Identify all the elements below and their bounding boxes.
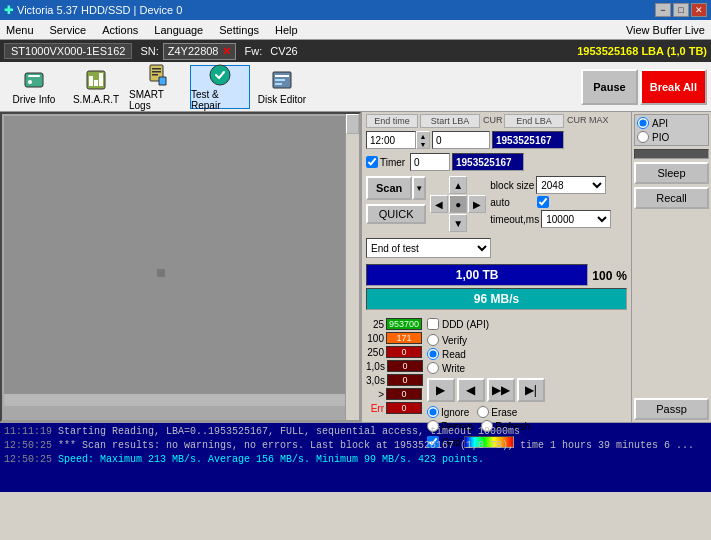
log-time-3: 12:50:25 [4, 454, 58, 465]
fw-label: Fw: [244, 45, 262, 57]
start-lba-header: Start LBA [420, 114, 480, 128]
end-of-test-row: End of test Shutdown Hibernate [364, 236, 629, 260]
menu-menu[interactable]: Menu [4, 24, 36, 36]
erase-radio[interactable] [477, 406, 489, 418]
arrow-down-button[interactable]: ▼ [449, 214, 467, 232]
ddd-checkbox[interactable] [427, 318, 439, 330]
drive-label[interactable]: ST1000VX000-1ES162 [4, 43, 132, 59]
api-label: API [652, 118, 668, 129]
ignore-radio[interactable] [427, 406, 439, 418]
side-indicator [634, 149, 709, 159]
stat-25-box: 953700 [386, 318, 422, 330]
read-radio-label[interactable]: Read [427, 348, 627, 360]
scan-area [0, 112, 361, 422]
ignore-radio-label[interactable]: Ignore [427, 406, 469, 418]
disk-editor-button[interactable]: Disk Editor [252, 65, 312, 109]
test-repair-button[interactable]: Test & Repair [190, 65, 250, 109]
menu-view-buffer[interactable]: View Buffer Live [624, 24, 707, 36]
smart-logs-button[interactable]: SMART Logs [128, 65, 188, 109]
recall-button[interactable]: Recall [634, 187, 709, 209]
timer-end-input[interactable] [452, 153, 524, 171]
spin-down-icon[interactable]: ▼ [417, 140, 429, 148]
title-bar-text: Victoria 5.37 HDD/SSD | Device 0 [17, 4, 182, 16]
passp-button[interactable]: Passp [634, 398, 709, 420]
rewind-button[interactable]: ◀ [457, 378, 485, 402]
pio-radio-label[interactable]: PIO [637, 131, 706, 143]
timer-checkbox[interactable] [366, 156, 378, 168]
svg-marker-11 [159, 77, 166, 85]
arrow-center-button[interactable]: ● [449, 195, 467, 213]
api-radio-label[interactable]: API [637, 117, 706, 129]
fast-forward-button[interactable]: ▶▶ [487, 378, 515, 402]
stat-25: 25 953700 [366, 318, 423, 330]
scan-dropdown-icon[interactable]: ▼ [412, 176, 426, 200]
scroll-thumb[interactable] [346, 114, 359, 134]
svg-rect-20 [4, 394, 345, 406]
menu-settings[interactable]: Settings [217, 24, 261, 36]
write-radio-label[interactable]: Write [427, 362, 627, 374]
arrow-right-button[interactable]: ▶ [468, 195, 486, 213]
auto-checkbox[interactable] [537, 196, 549, 208]
menu-help[interactable]: Help [273, 24, 300, 36]
timeout-select[interactable]: 10000 5000 30000 [541, 210, 611, 228]
scan-btn-group: Scan ▼ QUICK [366, 176, 426, 224]
verify-radio-label[interactable]: Verify [427, 334, 627, 346]
start-lba-input[interactable] [432, 131, 490, 149]
playback-controls: ▶ ◀ ▶▶ ▶| [427, 378, 627, 402]
pio-radio[interactable] [637, 131, 649, 143]
timer-input[interactable] [410, 153, 450, 171]
progress-bar: 1,00 TB [366, 264, 588, 286]
menu-language[interactable]: Language [152, 24, 205, 36]
ignore-label: Ignore [441, 407, 469, 418]
end-button[interactable]: ▶| [517, 378, 545, 402]
stat-1s-label: 1,0s [366, 361, 385, 372]
timeout-label: timeout,ms [490, 214, 539, 225]
read-radio[interactable] [427, 348, 439, 360]
serial-close-icon[interactable]: ✕ [222, 45, 231, 58]
arrow-left-button[interactable]: ◀ [430, 195, 448, 213]
log-time-1: 11:11:19 [4, 426, 58, 437]
menu-service[interactable]: Service [48, 24, 89, 36]
close-button[interactable]: ✕ [691, 3, 707, 17]
erase-radio-label[interactable]: Erase [477, 406, 517, 418]
svg-rect-16 [275, 83, 282, 85]
svg-rect-14 [275, 75, 289, 77]
progress-pct-symbol: % [616, 269, 627, 283]
svg-point-12 [210, 65, 230, 85]
progress-tb: 1,00 TB [456, 268, 499, 282]
stat-err-label: Err [366, 403, 384, 414]
read-label: Read [442, 349, 466, 360]
arrow-tl [430, 176, 448, 194]
block-size-select[interactable]: 2048 512 1024 [536, 176, 606, 194]
end-time-input[interactable] [366, 131, 416, 149]
stat-gt-box: 0 [386, 388, 422, 400]
end-of-test-select[interactable]: End of test Shutdown Hibernate [366, 238, 491, 258]
verify-radio[interactable] [427, 334, 439, 346]
end-time-header: End time [366, 114, 418, 128]
drive-info-button[interactable]: Drive Info [4, 65, 64, 109]
spin-up-icon[interactable]: ▲ [417, 132, 429, 140]
write-radio[interactable] [427, 362, 439, 374]
max-header: CUR [566, 114, 586, 128]
cur-header: CUR [482, 114, 502, 128]
arrow-up-button[interactable]: ▲ [449, 176, 467, 194]
api-radio[interactable] [637, 117, 649, 129]
scan-controls-row: Scan ▼ QUICK ▲ ◀ ● ▶ ▼ block size [364, 174, 629, 234]
time-spinner[interactable]: ▲ ▼ [416, 131, 430, 149]
smart-button[interactable]: S.M.A.R.T [66, 65, 126, 109]
scan-button[interactable]: Scan [366, 176, 412, 200]
speed-value: 96 MB/s [474, 292, 519, 306]
timer-label: Timer [380, 157, 408, 168]
minimize-button[interactable]: − [655, 3, 671, 17]
pause-button[interactable]: Pause [581, 69, 637, 105]
menu-actions[interactable]: Actions [100, 24, 140, 36]
scan-scrollbar[interactable] [345, 114, 359, 420]
maximize-button[interactable]: □ [673, 3, 689, 17]
block-options: block size 2048 512 1024 auto timeout,ms… [490, 176, 611, 228]
break-all-button[interactable]: Break All [640, 69, 707, 105]
quick-button[interactable]: QUICK [366, 204, 426, 224]
serial-box: Z4Y22808 ✕ [163, 43, 237, 60]
play-button[interactable]: ▶ [427, 378, 455, 402]
sleep-button[interactable]: Sleep [634, 162, 709, 184]
end-lba-input[interactable] [492, 131, 564, 149]
